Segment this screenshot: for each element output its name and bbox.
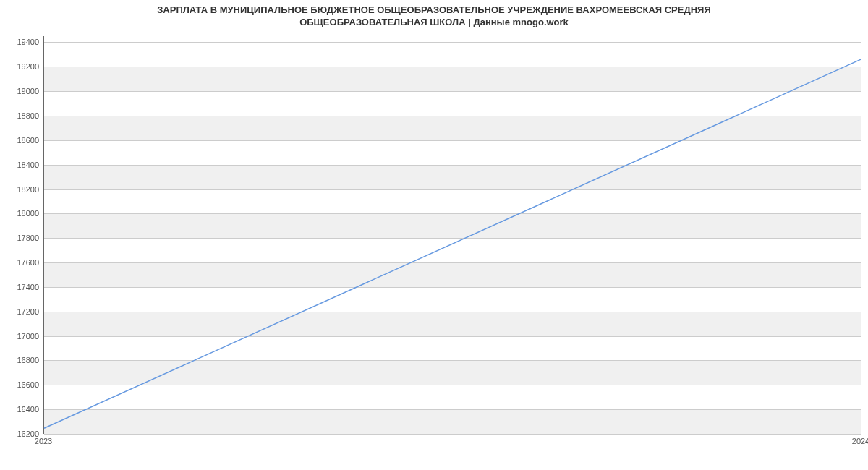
y-tick-label: 18600 xyxy=(3,136,39,145)
y-tick-label: 19200 xyxy=(3,62,39,71)
y-tick-label: 17800 xyxy=(3,234,39,242)
y-tick-label: 17400 xyxy=(3,283,39,291)
data-line xyxy=(44,59,861,428)
line-layer xyxy=(44,36,861,433)
x-tick-label: 2024 xyxy=(852,437,868,445)
y-tick-label: 16800 xyxy=(3,356,39,364)
y-tick-label: 19400 xyxy=(3,38,39,46)
chart-container: ЗАРПЛАТА В МУНИЦИПАЛЬНОЕ БЮДЖЕТНОЕ ОБЩЕО… xyxy=(0,0,868,470)
y-tick-label: 18400 xyxy=(3,161,39,169)
y-tick-label: 18000 xyxy=(3,209,39,218)
y-tick-label: 17600 xyxy=(3,258,39,267)
y-tick-label: 18200 xyxy=(3,185,39,194)
y-tick-label: 16200 xyxy=(3,430,39,438)
plot-area xyxy=(43,36,861,434)
y-tick-label: 16400 xyxy=(3,405,39,414)
y-tick-label: 17000 xyxy=(3,332,39,341)
y-tick-label: 18800 xyxy=(3,111,39,120)
y-tick-label: 17200 xyxy=(3,307,39,316)
x-tick-label: 2023 xyxy=(35,437,52,445)
chart-title: ЗАРПЛАТА В МУНИЦИПАЛЬНОЕ БЮДЖЕТНОЕ ОБЩЕО… xyxy=(0,4,868,29)
y-tick-label: 19000 xyxy=(3,87,39,95)
y-tick-label: 16600 xyxy=(3,380,39,389)
y-gridline xyxy=(44,434,861,435)
